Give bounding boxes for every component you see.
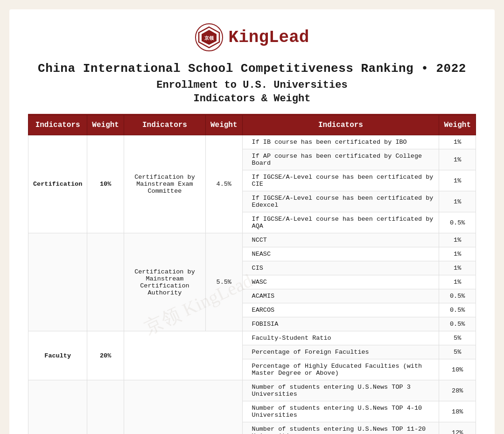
indicator-weight-cell: 1% — [439, 149, 476, 170]
indicator-cell: NEASC — [242, 247, 439, 261]
sub-category-cell-empty — [124, 380, 242, 434]
sub-category-cell-empty — [124, 331, 242, 380]
table-row: Certification by Mainstream Certificatio… — [28, 233, 476, 247]
sub-title2: Indicators & Weight — [28, 93, 476, 105]
sub-category-cell: Certification by Mainstream Exam Committ… — [124, 135, 205, 233]
indicator-cell: If IGCSE/A-Level course has been certifi… — [242, 191, 439, 212]
indicator-weight-cell: 0.5% — [439, 303, 476, 317]
indicator-weight-cell: 18% — [439, 401, 476, 422]
sub-title: Enrollment to U.S. Universities — [28, 79, 476, 91]
indicator-cell: Faculty-Student Ratio — [242, 331, 439, 345]
category-cell: Faculty — [28, 331, 87, 380]
indicator-weight-cell: 5% — [439, 345, 476, 359]
indicator-cell: NCCT — [242, 233, 439, 247]
col-header-weight1: Weight — [87, 115, 124, 135]
indicator-cell: Number of students entering U.S.News TOP… — [242, 380, 439, 401]
indicator-cell: Number of students entering U.S.News TOP… — [242, 401, 439, 422]
indicator-cell: If AP course has been certificated by Co… — [242, 149, 439, 170]
indicator-weight-cell: 1% — [439, 191, 476, 212]
category-cell: Certification — [28, 135, 87, 233]
svg-text:京领: 京领 — [204, 35, 214, 41]
table-row: Certification10%Certification by Mainstr… — [28, 135, 476, 149]
main-title: China International School Competitivene… — [28, 62, 476, 76]
indicator-weight-cell: 1% — [439, 233, 476, 247]
col-header-weight2: Weight — [205, 115, 242, 135]
indicator-cell: CIS — [242, 261, 439, 275]
logo-area: 京领 KingLead — [28, 23, 476, 53]
table-header-row: Indicators Weight Indicators Weight Indi… — [28, 115, 476, 135]
main-table: Indicators Weight Indicators Weight Indi… — [28, 115, 476, 434]
category-weight-cell: 20% — [87, 331, 124, 380]
indicator-cell: Percentage of Highly Educated Faculties … — [242, 359, 439, 380]
category-weight-cell — [87, 233, 124, 331]
indicator-weight-cell: 1% — [439, 247, 476, 261]
col-header-indicators3: Indicators — [242, 115, 439, 135]
indicator-cell: FOBISIA — [242, 317, 439, 331]
sub-category-weight-cell: 5.5% — [205, 233, 242, 331]
indicator-weight-cell: 0.5% — [439, 317, 476, 331]
category-cell — [28, 233, 87, 331]
indicator-weight-cell: 1% — [439, 275, 476, 289]
table-row: Enrollment to Universities70%Number of s… — [28, 380, 476, 401]
col-header-weight3: Weight — [439, 115, 476, 135]
col-header-indicators2: Indicators — [124, 115, 205, 135]
indicator-weight-cell: 1% — [439, 261, 476, 275]
indicator-weight-cell: 0.5% — [439, 289, 476, 303]
indicator-weight-cell: 1% — [439, 135, 476, 149]
indicator-cell: EARCOS — [242, 303, 439, 317]
indicator-weight-cell: 10% — [439, 359, 476, 380]
category-cell: Enrollment to Universities — [28, 380, 87, 434]
indicator-weight-cell: 5% — [439, 331, 476, 345]
indicator-cell: If IB course has been certificated by IB… — [242, 135, 439, 149]
page-container: 京领 KingLead China International School C… — [9, 9, 495, 434]
indicator-cell: ACAMIS — [242, 289, 439, 303]
indicator-cell: If IGCSE/A-Level course has been certifi… — [242, 170, 439, 191]
kinglead-logo-icon: 京领 — [195, 23, 223, 51]
logo-wrapper: 京领 KingLead — [195, 23, 309, 51]
table-wrapper: Indicators Weight Indicators Weight Indi… — [28, 115, 476, 434]
indicator-cell: If IGCSE/A-Level course has been certifi… — [242, 212, 439, 233]
brand-name: KingLead — [229, 28, 309, 47]
category-weight-cell: 10% — [87, 135, 124, 233]
category-weight-cell: 70% — [87, 380, 124, 434]
col-header-indicators1: Indicators — [28, 115, 87, 135]
indicator-weight-cell: 28% — [439, 380, 476, 401]
indicator-weight-cell: 1% — [439, 170, 476, 191]
indicator-cell: Percentage of Foreign Faculties — [242, 345, 439, 359]
indicator-cell: Number of students entering U.S.News TOP… — [242, 422, 439, 434]
indicator-weight-cell: 12% — [439, 422, 476, 434]
table-row: Faculty20%Faculty-Student Ratio5% — [28, 331, 476, 345]
indicator-cell: WASC — [242, 275, 439, 289]
indicator-weight-cell: 0.5% — [439, 212, 476, 233]
sub-category-weight-cell: 4.5% — [205, 135, 242, 233]
sub-category-cell: Certification by Mainstream Certificatio… — [124, 233, 205, 331]
